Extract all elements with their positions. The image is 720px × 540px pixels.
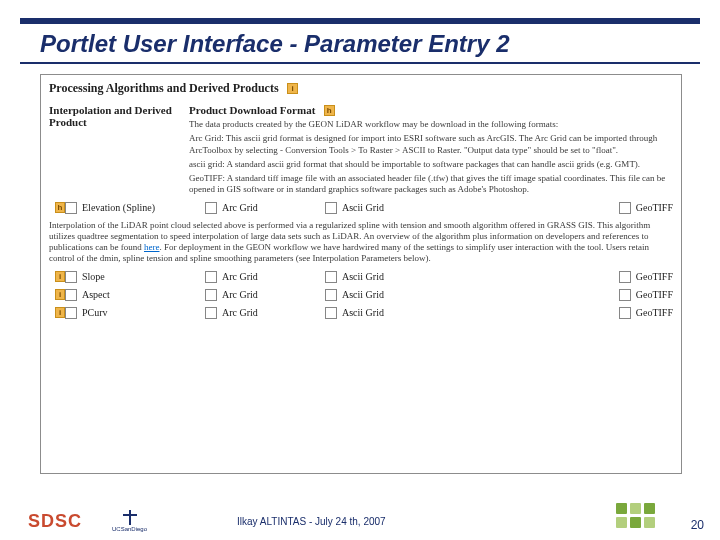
geotiff-desc: GeoTIFF: A standard tiff image file with…	[189, 173, 673, 196]
title-underline	[20, 62, 700, 64]
product-row-slope: i Slope Arc Grid Ascii Grid GeoTIFF	[49, 271, 673, 283]
help-icon[interactable]: h	[324, 105, 335, 116]
footer: SDSC UCSanDiego Ilkay ALTINTAS - July 24…	[0, 510, 720, 532]
info-icon[interactable]: i	[55, 307, 65, 318]
portlet-frame: Processing Algorithms and Derived Produc…	[40, 74, 682, 474]
ucsd-text: UCSanDiego	[112, 526, 147, 532]
checkbox-geotiff[interactable]	[619, 307, 631, 319]
info-icon[interactable]: i	[287, 83, 298, 94]
checkbox-geotiff[interactable]	[619, 202, 631, 214]
label-geotiff: GeoTIFF	[636, 271, 673, 282]
intro-text: The data products created by the GEON Li…	[189, 119, 673, 130]
top-rule	[20, 18, 700, 24]
arc-grid-desc: Arc Grid: This ascii grid format is desi…	[189, 133, 673, 156]
label-geotiff: GeoTIFF	[636, 202, 673, 213]
product-row-aspect: i Aspect Arc Grid Ascii Grid GeoTIFF	[49, 289, 673, 301]
section-heading: Processing Algorithms and Derived Produc…	[49, 81, 279, 95]
checkbox-arc[interactable]	[205, 202, 217, 214]
logo-square	[630, 517, 641, 528]
label-ascii: Ascii Grid	[342, 307, 384, 318]
checkbox-pcurv[interactable]	[65, 307, 77, 319]
checkbox-arc[interactable]	[205, 271, 217, 283]
checkbox-arc[interactable]	[205, 289, 217, 301]
sdsc-logo: SDSC	[28, 511, 82, 532]
headings-row: Interpolation and Derived Product Produc…	[49, 104, 673, 196]
info-icon[interactable]: i	[55, 289, 65, 300]
section-heading-row: Processing Algorithms and Derived Produc…	[49, 81, 673, 96]
checkbox-slope[interactable]	[65, 271, 77, 283]
checkbox-ascii[interactable]	[325, 307, 337, 319]
checkbox-ascii[interactable]	[325, 271, 337, 283]
ucsd-logo: UCSanDiego	[112, 510, 147, 532]
label-ascii: Ascii Grid	[342, 271, 384, 282]
label-arc: Arc Grid	[222, 307, 258, 318]
interp-heading: Interpolation and Derived Product	[49, 104, 189, 128]
label-elevation: Elevation (Spline)	[82, 202, 155, 213]
checkbox-arc[interactable]	[205, 307, 217, 319]
ascii-grid-desc: ascii grid: A standard ascii grid format…	[189, 159, 673, 170]
help-icon[interactable]: h	[55, 202, 65, 213]
checkbox-geotiff[interactable]	[619, 271, 631, 283]
checkbox-ascii[interactable]	[325, 289, 337, 301]
format-heading: Product Download Format	[189, 104, 315, 116]
logo-square	[630, 503, 641, 514]
label-pcurv: PCurv	[82, 307, 108, 318]
checkbox-aspect[interactable]	[65, 289, 77, 301]
page-number: 20	[691, 518, 704, 532]
label-arc: Arc Grid	[222, 289, 258, 300]
logo-square	[616, 503, 627, 514]
label-geotiff: GeoTIFF	[636, 289, 673, 300]
presenter-text: Ilkay ALTINTAS - July 24 th, 2007	[237, 516, 386, 527]
interp-description: Interpolation of the LiDAR point cloud s…	[49, 220, 673, 265]
here-link[interactable]: here	[144, 242, 160, 252]
product-row-pcurv: i PCurv Arc Grid Ascii Grid GeoTIFF	[49, 307, 673, 319]
logo-square	[644, 503, 655, 514]
label-slope: Slope	[82, 271, 105, 282]
logo-square	[644, 517, 655, 528]
label-ascii: Ascii Grid	[342, 202, 384, 213]
product-row-elevation: h Elevation (Spline) Arc Grid Ascii Grid…	[49, 202, 673, 214]
checkbox-ascii[interactable]	[325, 202, 337, 214]
label-ascii: Ascii Grid	[342, 289, 384, 300]
checkbox-geotiff[interactable]	[619, 289, 631, 301]
label-arc: Arc Grid	[222, 202, 258, 213]
slide-title: Portlet User Interface - Parameter Entry…	[40, 30, 696, 58]
label-aspect: Aspect	[82, 289, 110, 300]
label-geotiff: GeoTIFF	[636, 307, 673, 318]
trident-icon	[121, 510, 139, 525]
checkbox-elevation[interactable]	[65, 202, 77, 214]
info-icon[interactable]: i	[55, 271, 65, 282]
green-logo	[616, 503, 660, 528]
logo-square	[616, 517, 627, 528]
label-arc: Arc Grid	[222, 271, 258, 282]
